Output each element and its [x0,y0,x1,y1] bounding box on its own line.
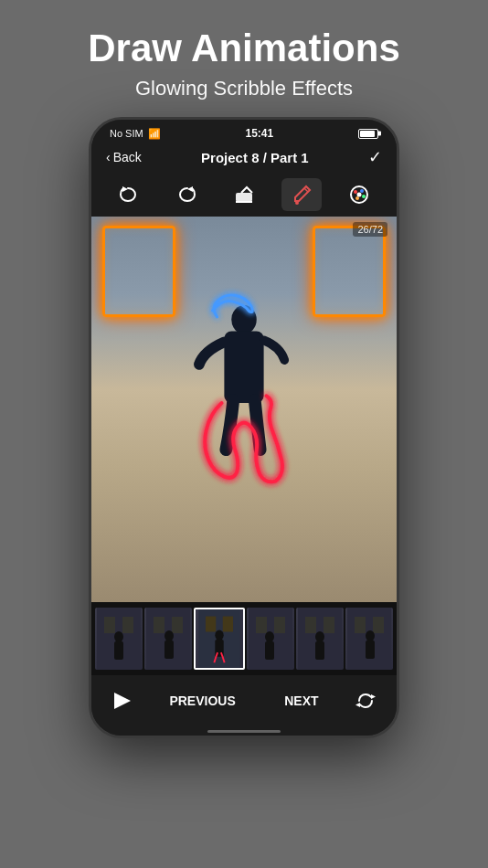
timeline-thumb-2[interactable] [144,608,192,670]
timeline-thumb-6[interactable] [345,608,393,670]
timeline-thumb-1[interactable] [95,608,143,670]
svg-rect-31 [256,617,267,633]
svg-rect-19 [114,641,123,660]
undo-button[interactable] [109,178,149,211]
svg-point-23 [164,630,174,641]
home-indicator-bar [207,730,281,733]
svg-rect-27 [223,617,233,632]
svg-point-8 [360,189,364,193]
svg-rect-26 [206,617,216,632]
svg-rect-2 [236,193,252,202]
eraser-button[interactable] [224,178,264,211]
svg-point-11 [356,193,361,197]
status-left: No SIM 📶 [110,128,161,140]
control-bar: PREVIOUS NEXT [91,675,397,726]
orange-frame-right [313,226,386,317]
orange-frame-left [102,226,175,317]
next-button[interactable]: NEXT [266,688,336,714]
previous-button[interactable]: PREVIOUS [151,688,253,714]
svg-point-5 [295,201,299,205]
carrier-label: No SIM [110,128,143,139]
palette-button[interactable] [339,178,379,211]
frame-counter: 26/72 [353,222,387,237]
back-label: Back [113,150,142,164]
chevron-left-icon: ‹ [106,150,111,164]
play-button[interactable] [106,684,139,717]
status-time: 15:41 [245,127,273,140]
status-bar: No SIM 📶 15:41 [91,120,397,143]
nav-bar: ‹ Back Project 8 / Part 1 ✓ [91,143,397,173]
timeline-strip[interactable] [91,602,397,675]
svg-rect-34 [265,641,274,660]
svg-point-28 [215,630,223,640]
svg-rect-24 [164,640,174,659]
svg-rect-42 [373,617,384,633]
home-indicator [91,726,397,736]
refresh-button[interactable] [349,684,382,717]
marketing-section: Draw Animations Glowing Scribble Effects [0,0,488,110]
timeline-thumb-4[interactable] [247,608,294,670]
redo-button[interactable] [166,178,207,211]
svg-rect-16 [104,617,115,633]
confirm-button[interactable]: ✓ [368,147,382,167]
nav-title: Project 8 / Part 1 [201,150,309,165]
svg-rect-32 [274,617,285,633]
marketing-title: Draw Animations [18,27,470,69]
brush-button[interactable] [281,178,322,211]
status-right [358,129,378,139]
svg-rect-37 [324,617,334,633]
timeline-thumb-5[interactable] [296,608,344,670]
svg-point-10 [355,196,359,200]
svg-rect-17 [122,617,133,633]
svg-point-43 [366,630,375,641]
back-button[interactable]: ‹ Back [106,150,142,164]
svg-point-9 [362,195,366,198]
svg-marker-0 [122,186,128,192]
phone-mockup: No SIM 📶 15:41 ‹ Back Project 8 / Part 1… [89,117,399,738]
svg-rect-44 [366,640,375,659]
svg-rect-22 [172,617,183,633]
svg-marker-45 [371,694,376,699]
toolbar [91,173,397,217]
svg-rect-36 [305,617,316,633]
svg-point-18 [114,631,123,642]
svg-marker-1 [187,186,193,192]
video-canvas[interactable]: 26/72 [91,217,397,602]
play-icon [114,693,131,709]
svg-point-38 [315,631,324,642]
marketing-subtitle: Glowing Scribble Effects [18,77,470,101]
svg-rect-41 [355,617,366,633]
svg-point-7 [354,190,357,194]
svg-rect-21 [154,617,164,633]
svg-marker-46 [355,703,360,707]
svg-rect-39 [315,641,324,660]
wifi-icon: 📶 [148,128,161,140]
battery-icon [358,129,378,139]
timeline-thumb-3-active[interactable] [194,608,245,670]
svg-point-33 [265,631,274,642]
